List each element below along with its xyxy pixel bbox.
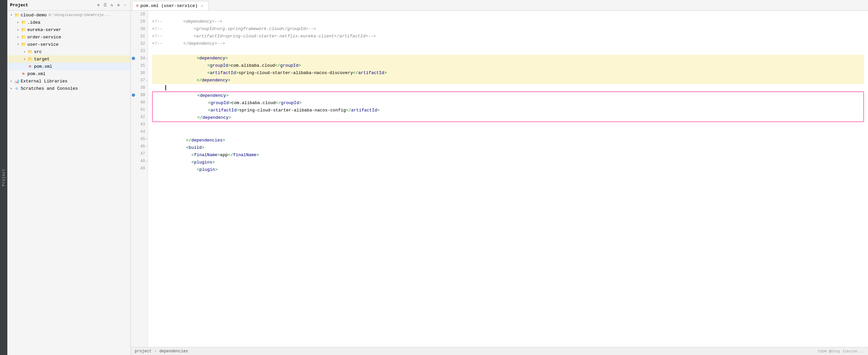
label-pom-root: pom.xml [27,71,46,77]
line-num-48: 48 ▾ [131,157,148,165]
tree-item-eureka-server[interactable]: 📁 eureka-server [7,26,130,33]
xml-icon-pom-user: m [27,64,33,69]
folder-icon-user: 📁 [21,42,26,47]
code-line-37: </dependency> [152,77,864,84]
tree-item-pom-user[interactable]: m pom.xml [7,63,130,70]
code-line-36: <artifactId>spring-cloud-starter-alibaba… [152,69,864,77]
line-num-44: 44 [131,128,148,136]
line-numbers: 28 29 30 31 32 33 34 ▾ 35 36 37 ▾ [131,11,148,347]
line-num-28: 28 [131,11,148,18]
label-external-libs: External Libraries [21,79,67,84]
project-title: Project [10,3,94,8]
arrow-eureka [16,27,21,32]
code-line-43 [152,122,864,129]
code-line-42: </dependency> [153,114,863,121]
settings-icon[interactable]: ⚙ [116,3,121,8]
breadcrumb-dependencies: dependencies [159,349,188,354]
tree-item-idea[interactable]: 📁 .idea [7,19,130,26]
line-num-29: 29 [131,18,148,25]
label-user-service: user-service [27,42,59,47]
arrow-src [22,49,27,54]
code-line-45: </dependencies> [152,137,864,144]
library-icon: 📊 [14,79,19,84]
tree-item-pom-root[interactable]: m pom.xml [7,70,130,78]
tree-item-scratches[interactable]: ⚙ Scratches and Consoles [7,85,130,92]
code-editor[interactable]: 28 29 30 31 32 33 34 ▾ 35 36 37 ▾ [131,11,868,347]
status-attribution: CSDN @Ding Jiaxion... [818,349,864,353]
highlighted-region: <dependency> <groupId>com.alibaba.cloud<… [152,55,864,84]
arrow-external-libs [9,79,14,84]
breadcrumb-arrow-1: › [154,349,156,354]
code-line-38 [152,84,864,91]
line-num-38: 38 [131,84,148,91]
comment-32: <!-- </dependency>--> [152,40,225,48]
path-cloud-demo: D:\DingJiaxiong\IdeaProje... [49,13,111,17]
tab-file-icon: m [136,4,138,8]
line-num-42: 42 [131,113,148,121]
tab-bar: m pom.xml (user-service) ✕ [131,0,868,11]
line-num-43: 43 [131,121,148,128]
code-line-49: <plugin> [152,166,864,174]
header-icons: ⊕ ☰ ⇅ ⚙ − [96,3,128,8]
label-idea: .idea [27,20,40,25]
line-num-35: 35 [131,62,148,69]
line-num-33: 33 [131,48,148,55]
tree-item-src[interactable]: 📁 src [7,48,130,55]
tree-item-cloud-demo[interactable]: 📁 cloud-demo D:\DingJiaxiong\IdeaProje..… [7,11,130,19]
arrow-idea [16,20,21,25]
arrow-cloud-demo [9,12,14,18]
line-num-39: 39 [131,91,148,99]
gutter-marker-39 [132,93,135,97]
project-vertical-label: Project [0,0,7,355]
tab-label: pom.xml (user-service) [141,3,198,8]
folder-icon-src: 📁 [27,49,33,54]
tab-pom-xml[interactable]: m pom.xml (user-service) ✕ [132,1,209,10]
tree-item-target[interactable]: 📁 target [7,55,130,63]
line-num-34: 34 ▾ [131,55,148,62]
code-content[interactable]: <!-- <dependency>--> <!-- <groupId>org.s… [148,11,868,347]
breadcrumb-project: project [135,349,151,354]
tree-item-user-service[interactable]: 📁 user-service [7,41,130,48]
line-num-46: 46 ▾ [131,143,148,150]
folder-icon-order: 📁 [21,34,26,40]
status-bar: project › dependencies CSDN @Ding Jiaxio… [131,347,868,355]
arrow-target [22,56,27,62]
line-num-32: 32 [131,40,148,48]
line-num-36: 36 [131,69,148,77]
label-src: src [34,49,42,54]
code-line-32: <!-- </dependency>--> [152,40,864,48]
folder-icon-idea: 📁 [21,20,26,25]
project-tree: 📁 cloud-demo D:\DingJiaxiong\IdeaProje..… [7,11,130,355]
folder-icon-target: 📁 [27,56,33,62]
editor-area: m pom.xml (user-service) ✕ 28 29 30 31 3… [131,0,868,355]
tree-item-external-libs[interactable]: 📊 External Libraries [7,78,130,85]
label-order-service: order-service [27,35,61,40]
folder-icon-cloud-demo: 📁 [14,12,19,18]
code-line-48: <plugins> [152,159,864,166]
label-cloud-demo: cloud-demo [21,13,47,18]
sync-icon[interactable]: ⇅ [109,3,114,8]
tab-close-button[interactable]: ✕ [200,4,205,8]
line-num-37: 37 ▾ [131,77,148,84]
layout-icon[interactable]: ☰ [102,3,108,8]
project-header: Project ⊕ ☰ ⇅ ⚙ − [7,0,130,11]
pink-box-region: <dependency> <groupId>com.alibaba.cloud<… [152,91,864,122]
code-line-41: <artifactId>spring-cloud-starter-alibaba… [153,107,863,114]
comment-30: <!-- <groupId>org.springframework.cloud<… [152,25,316,33]
code-line-33 [152,48,864,55]
code-line-44 [152,129,864,137]
folder-icon-eureka: 📁 [21,27,26,32]
code-line-47: <finalName>app</finalName> [152,151,864,159]
add-icon[interactable]: ⊕ [96,3,101,8]
code-line-31: <!-- <artifactId>spring-cloud-starter-ne… [152,33,864,40]
arrow-order [16,34,21,40]
label-eureka-server: eureka-server [27,27,61,32]
line-num-30: 30 [131,25,148,33]
minimize-icon[interactable]: − [122,3,128,8]
arrow-scratches [9,86,14,91]
tree-item-order-service[interactable]: 📁 order-service [7,33,130,41]
comment-31: <!-- <artifactId>spring-cloud-starter-ne… [152,33,376,40]
gutter-marker-34 [132,57,135,60]
line-num-49: 49 [131,165,148,172]
comment-29: <!-- <dependency>--> [152,18,222,25]
